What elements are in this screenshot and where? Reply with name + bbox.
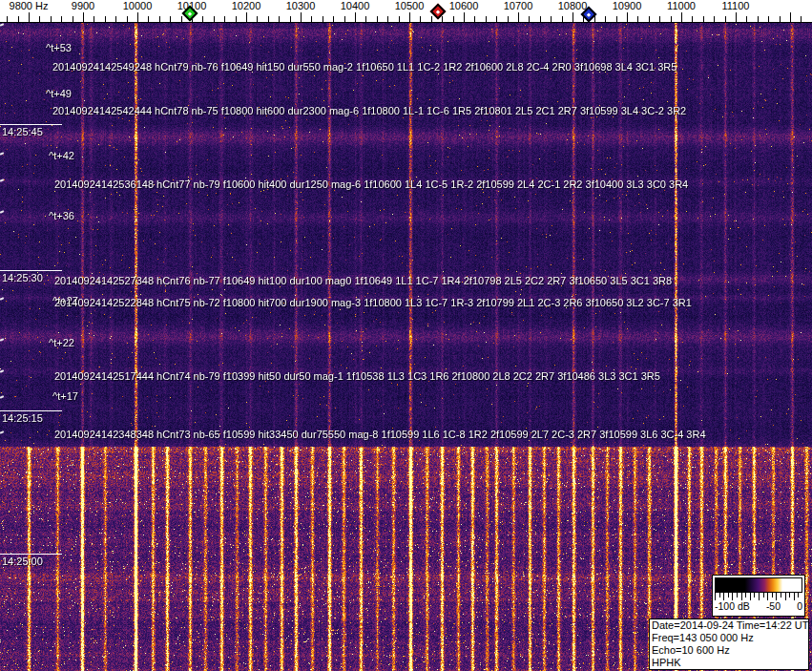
axis-minor-tick — [159, 16, 160, 22]
axis-major-tick — [681, 12, 682, 22]
event-time-marker: ^t+42 — [49, 150, 74, 161]
axis-minor-tick — [268, 16, 269, 22]
marker-center-dot — [188, 12, 192, 16]
axis-minor-tick — [365, 16, 366, 22]
axis-minor-tick — [616, 16, 617, 22]
axis-major-tick — [246, 12, 247, 22]
axis-minor-tick — [529, 16, 530, 22]
axis-minor-tick — [105, 16, 106, 22]
spectrum-lab-window: 9800 Hz990010000101001020010300104001050… — [0, 0, 812, 671]
axis-minor-tick — [61, 16, 62, 22]
axis-minor-tick — [768, 16, 769, 22]
axis-minor-tick — [540, 16, 541, 22]
axis-major-tick — [518, 12, 519, 22]
color-gradient-bar — [715, 577, 802, 593]
freq-tick-label: 11000 — [667, 0, 696, 12]
freq-tick-label: 10900 — [613, 0, 642, 12]
legend-max-label: 0 — [797, 600, 802, 612]
info-echo-frequency: Echo=10 600 Hz — [652, 644, 806, 657]
axis-major-tick — [29, 12, 30, 22]
axis-minor-tick — [758, 16, 759, 22]
axis-minor-tick — [39, 16, 40, 22]
axis-minor-tick — [780, 16, 781, 22]
axis-minor-tick — [442, 16, 443, 22]
axis-minor-tick — [453, 16, 454, 22]
axis-minor-tick — [115, 16, 116, 22]
axis-major-tick — [736, 12, 737, 22]
axis-minor-tick — [94, 16, 94, 22]
legend-ticks — [715, 593, 802, 600]
axis-major-tick — [573, 12, 573, 22]
axis-minor-tick — [202, 16, 203, 22]
freq-tick-label: 10000 — [123, 0, 153, 12]
axis-major-tick — [301, 12, 302, 22]
axis-minor-tick — [127, 16, 128, 22]
red-diamond-marker[interactable] — [430, 4, 447, 20]
axis-minor-tick — [279, 16, 280, 22]
event-time-marker: ^t+22 — [49, 337, 74, 348]
freq-tick-label: 10200 — [232, 0, 261, 12]
axis-minor-tick — [170, 16, 171, 22]
frequency-axis[interactable]: 9800 Hz990010000101001020010300104001050… — [0, 0, 812, 23]
edge-tick-mark — [0, 178, 4, 182]
echo-data-line: 20140924142348348 hCnt73 nb-65 f10599 hi… — [54, 429, 706, 440]
freq-tick-label: 10300 — [286, 0, 316, 12]
axis-minor-tick — [746, 16, 747, 22]
freq-tick-label: 10700 — [504, 0, 533, 12]
axis-minor-tick — [801, 16, 802, 22]
axis-minor-tick — [551, 16, 552, 22]
axis-minor-tick — [181, 16, 182, 22]
marker-center-dot — [587, 13, 591, 17]
axis-minor-tick — [323, 16, 323, 22]
time-tick-line — [0, 554, 62, 555]
axis-minor-tick — [7, 16, 8, 22]
axis-minor-tick — [562, 16, 563, 22]
axis-minor-tick — [594, 16, 595, 22]
echo-data-line: 20140924142522848 hCnt75 nb-72 f10800 hi… — [54, 297, 692, 308]
axis-major-tick — [83, 12, 84, 22]
echo-data-line: 20140924142542444 hCnt78 nb-75 f10800 hi… — [52, 105, 686, 116]
axis-minor-tick — [637, 16, 638, 22]
axis-minor-tick — [311, 16, 312, 22]
axis-major-tick — [137, 12, 138, 22]
edge-tick-mark — [0, 395, 4, 399]
info-station-id: HPHK — [652, 657, 806, 669]
axis-minor-tick — [714, 16, 715, 22]
axis-minor-tick — [73, 16, 73, 22]
axis-minor-tick — [692, 16, 693, 22]
axis-minor-tick — [659, 16, 660, 22]
axis-minor-tick — [148, 16, 149, 22]
event-time-marker: ^t+53 — [46, 42, 72, 53]
event-time-marker: ^t+17 — [52, 390, 78, 402]
edge-tick-mark — [0, 152, 4, 156]
axis-minor-tick — [399, 16, 400, 22]
axis-major-tick — [464, 12, 465, 22]
axis-minor-tick — [703, 16, 704, 22]
axis-major-tick — [790, 12, 791, 22]
echo-data-line: 20140924142536148 hCnt77 nb-79 f10600 hi… — [54, 178, 688, 190]
time-label: 14:25:30 — [2, 272, 43, 283]
axis-minor-tick — [725, 16, 726, 22]
legend-labels: -100 dB -50 0 — [715, 600, 802, 612]
axis-minor-tick — [496, 16, 497, 22]
edge-tick-mark — [0, 210, 4, 214]
axis-minor-tick — [333, 16, 334, 22]
freq-tick-label: 9800 Hz — [10, 0, 49, 12]
time-label: 14:25:45 — [2, 126, 43, 137]
waterfall-display: 14:25:4514:25:3014:25:1514:25:00^t+53^t+… — [0, 23, 812, 671]
edge-tick-mark — [0, 338, 4, 342]
axis-minor-tick — [387, 16, 388, 22]
legend-min-label: -100 dB — [715, 600, 750, 612]
axis-minor-tick — [377, 16, 378, 22]
axis-major-tick — [409, 12, 410, 22]
color-scale-legend: -100 dB -50 0 — [712, 575, 805, 617]
edge-tick-mark — [0, 369, 4, 373]
freq-tick-label: 11100 — [722, 0, 750, 12]
freq-tick-label: 9900 — [72, 0, 94, 12]
freq-tick-label: 10500 — [395, 0, 425, 12]
axis-minor-tick — [18, 16, 19, 22]
event-time-marker: ^t+36 — [49, 210, 74, 221]
event-time-marker: ^t+49 — [46, 88, 72, 99]
axis-minor-tick — [508, 16, 509, 22]
freq-tick-label: 10400 — [341, 0, 370, 12]
